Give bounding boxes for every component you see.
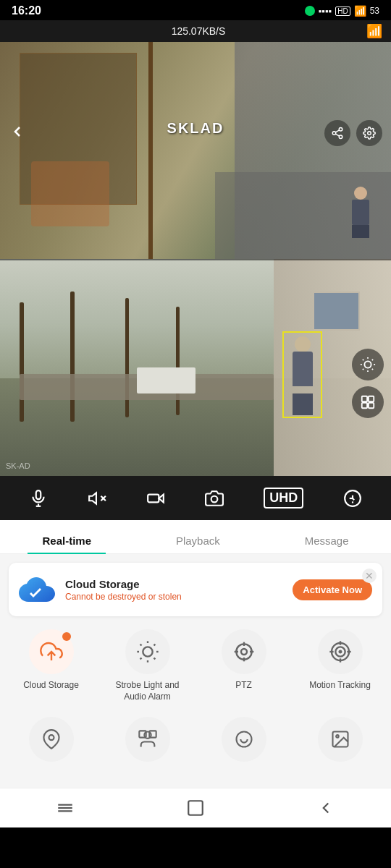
speaker-button[interactable] — [88, 489, 106, 508]
cloud-banner-subtitle: Cannot be destroyed or stolen — [65, 592, 293, 602]
second-icon-circle[interactable] — [201, 717, 286, 767]
ptz-icon — [232, 640, 256, 663]
svg-point-2 — [339, 135, 342, 139]
signal-icon: ▪▪▪▪ — [319, 6, 332, 17]
svg-line-39 — [154, 644, 155, 646]
feature-ptz[interactable]: PTZ — [201, 629, 286, 702]
light-button[interactable] — [352, 349, 384, 380]
svg-line-10 — [372, 369, 373, 370]
svg-line-35 — [154, 658, 155, 659]
person-icon-wrap — [125, 717, 170, 762]
svg-line-3 — [335, 134, 339, 136]
cloud-storage-label: Cloud Storage — [23, 680, 79, 692]
cloud-storage-icon-wrap — [29, 629, 74, 674]
svg-line-38 — [140, 658, 141, 659]
settings-button[interactable] — [356, 120, 382, 146]
svg-rect-63 — [188, 801, 203, 815]
close-banner-button[interactable]: ✕ — [362, 569, 377, 583]
tab-realtime[interactable]: Real-time — [28, 529, 106, 554]
svg-rect-18 — [369, 403, 374, 408]
location-icon-wrap — [29, 717, 74, 762]
svg-point-59 — [336, 735, 339, 738]
svg-point-57 — [236, 732, 251, 747]
camera-divider — [0, 259, 391, 260]
svg-line-14 — [372, 359, 373, 360]
svg-line-34 — [140, 644, 141, 646]
second-icon-location[interactable] — [9, 717, 93, 767]
svg-marker-22 — [89, 493, 96, 503]
svg-point-6 — [364, 361, 371, 367]
content-area: Cloud Storage Cannot be destroyed or sto… — [0, 554, 391, 788]
circle-icon — [234, 729, 254, 749]
ptz-icon-wrap — [222, 629, 266, 674]
svg-point-1 — [332, 132, 336, 135]
notification-dot-icon — [305, 6, 315, 16]
svg-line-13 — [363, 369, 363, 370]
status-icons: ▪▪▪▪ HD 📶 53 — [305, 5, 379, 17]
wifi-top-icon: 📶 — [366, 23, 382, 39]
microphone-button[interactable] — [29, 489, 48, 508]
network-speed: 125.07KB/S — [172, 25, 226, 37]
camera-bottom-feed — [0, 259, 391, 476]
share-button[interactable] — [324, 120, 350, 146]
cloud-banner-icon — [19, 571, 55, 608]
second-icon-gallery[interactable] — [298, 717, 382, 767]
ptz-label: PTZ — [235, 680, 252, 692]
video-button[interactable] — [146, 489, 165, 508]
layout-button[interactable] — [352, 386, 384, 418]
cloud-storage-banner: Cloud Storage Cannot be destroyed or sto… — [9, 563, 382, 616]
second-icon-person[interactable] — [105, 717, 190, 767]
strobe-icon-wrap — [125, 629, 170, 674]
svg-point-5 — [368, 132, 371, 135]
circle-icon-wrap — [222, 717, 266, 762]
svg-point-31 — [143, 647, 152, 656]
feature-motion-tracking[interactable]: Motion Tracking — [298, 629, 382, 702]
nav-menu-button[interactable] — [56, 799, 75, 820]
nav-home-button[interactable] — [186, 799, 205, 820]
second-row-icons — [9, 717, 382, 767]
snapshot-button[interactable] — [205, 489, 224, 508]
tab-message[interactable]: Message — [290, 529, 363, 554]
motion-tracking-label: Motion Tracking — [309, 680, 371, 692]
person-detect-icon — [138, 729, 158, 749]
svg-point-27 — [211, 495, 218, 502]
features-grid: Cloud Storage Strobe Light and Audio A — [9, 629, 382, 702]
square-icon — [186, 799, 205, 817]
camera-watermark: SK-AD — [6, 461, 30, 470]
controls-bar: UHD — [0, 476, 391, 520]
expand-button[interactable] — [343, 489, 362, 508]
svg-line-9 — [363, 359, 363, 360]
svg-point-48 — [339, 651, 341, 653]
back-chevron-icon — [316, 799, 335, 817]
motion-tracking-icon — [329, 640, 352, 663]
feature-strobe[interactable]: Strobe Light and Audio Alarm — [105, 629, 190, 702]
cloud-upload-icon — [40, 640, 63, 663]
status-bar: 16:20 ▪▪▪▪ HD 📶 53 — [0, 0, 391, 20]
svg-rect-25 — [148, 494, 159, 502]
svg-point-41 — [241, 649, 247, 655]
camera-container: SKLAD — [0, 42, 391, 476]
uhd-label: UHD — [264, 488, 303, 509]
nav-back-button[interactable] — [316, 799, 335, 820]
cloud-storage-badge — [62, 632, 71, 641]
location-icon — [41, 729, 62, 749]
cloud-banner-text: Cloud Storage Cannot be destroyed or sto… — [65, 578, 293, 602]
activate-now-button[interactable]: Activate Now — [293, 579, 372, 600]
svg-rect-16 — [369, 396, 374, 401]
back-button[interactable] — [9, 123, 26, 145]
strobe-light-icon — [136, 640, 159, 663]
quality-button[interactable]: UHD — [264, 488, 303, 509]
svg-rect-19 — [35, 490, 41, 499]
svg-rect-15 — [362, 396, 367, 401]
camera-top-icons — [324, 120, 382, 146]
tab-playback[interactable]: Playback — [161, 529, 235, 554]
svg-point-53 — [49, 735, 54, 740]
wifi-icon: 📶 — [354, 5, 366, 17]
svg-line-4 — [335, 130, 339, 132]
svg-point-0 — [339, 128, 342, 132]
feature-cloud-storage[interactable]: Cloud Storage — [9, 629, 93, 702]
gallery-icon — [330, 729, 350, 749]
camera-top-feed — [0, 42, 391, 259]
svg-point-40 — [236, 644, 251, 659]
status-time: 16:20 — [12, 4, 41, 17]
